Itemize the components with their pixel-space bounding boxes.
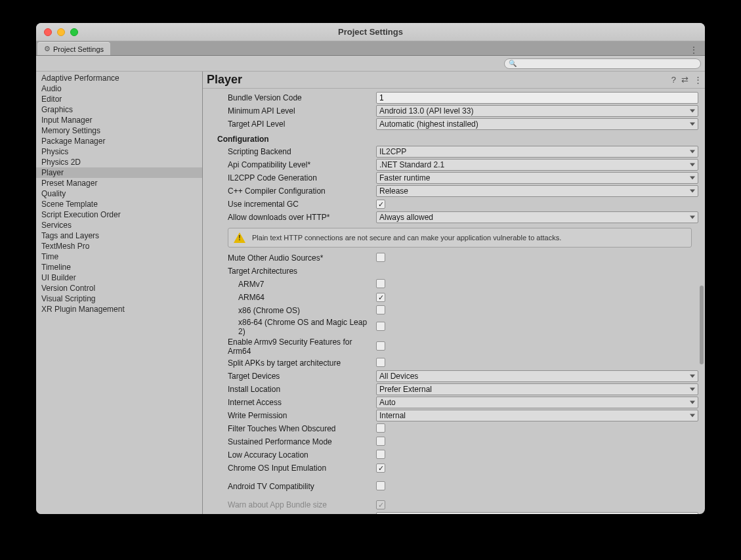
- bundle-threshold-label: App Bundle size threshold: [238, 513, 376, 514]
- sidebar-item-quality[interactable]: Quality: [36, 188, 202, 199]
- target-api-label: Target API Level: [228, 119, 376, 129]
- install-location-dropdown[interactable]: Prefer External: [376, 383, 698, 395]
- presets-icon[interactable]: ⇄: [681, 75, 688, 85]
- arch-x86-64-checkbox[interactable]: [376, 322, 385, 331]
- sidebar-item-editor[interactable]: Editor: [36, 94, 202, 104]
- sidebar-item-memory-settings[interactable]: Memory Settings: [36, 125, 202, 136]
- player-settings-content: Bundle Version Code Minimum API Level An…: [203, 89, 705, 514]
- android-tv-checkbox[interactable]: [376, 481, 385, 490]
- sidebar-item-textmesh-pro[interactable]: TextMesh Pro: [36, 241, 202, 251]
- sidebar-item-script-execution-order[interactable]: Script Execution Order: [36, 209, 202, 220]
- http-warning-box: Plain text HTTP connections are not secu…: [228, 228, 692, 248]
- sidebar-item-physics[interactable]: Physics: [36, 146, 202, 157]
- sidebar-item-preset-manager[interactable]: Preset Manager: [36, 178, 202, 188]
- mute-other-audio-checkbox[interactable]: [376, 253, 385, 262]
- project-settings-window: Project Settings ⚙ Project Settings ⋮ 🔍 …: [36, 23, 705, 514]
- scrollbar[interactable]: [700, 286, 704, 364]
- sidebar-item-graphics[interactable]: Graphics: [36, 104, 202, 115]
- cpp-compiler-dropdown[interactable]: Release: [376, 185, 698, 197]
- window-title: Project Settings: [36, 27, 705, 37]
- write-permission-dropdown[interactable]: Internal: [376, 410, 698, 421]
- target-api-dropdown[interactable]: Automatic (highest installed): [376, 118, 698, 130]
- low-accuracy-checkbox[interactable]: [376, 450, 385, 459]
- chromeos-input-label: Chrome OS Input Emulation: [228, 463, 376, 473]
- sustained-perf-checkbox[interactable]: [376, 437, 385, 446]
- sidebar-item-services[interactable]: Services: [36, 220, 202, 230]
- sidebar-item-time[interactable]: Time: [36, 251, 202, 262]
- arch-arm64-checkbox[interactable]: ✓: [376, 293, 385, 302]
- chevron-down-icon: [690, 388, 695, 391]
- android-tv-label: Android TV Compatibility: [228, 482, 376, 491]
- scripting-backend-dropdown[interactable]: IL2CPP: [376, 146, 698, 158]
- armv9-sec-label: Enable Armv9 Security Features for Arm64: [228, 337, 376, 356]
- chevron-down-icon: [690, 163, 695, 167]
- sidebar-item-player[interactable]: Player: [36, 167, 202, 178]
- internet-access-dropdown[interactable]: Auto: [376, 397, 698, 408]
- sidebar-item-ui-builder[interactable]: UI Builder: [36, 272, 202, 283]
- incremental-gc-checkbox[interactable]: ✓: [376, 200, 385, 209]
- api-compat-label: Api Compatibility Level*: [228, 160, 376, 169]
- allow-http-label: Allow downloads over HTTP*: [228, 213, 376, 222]
- sidebar-item-tags-and-layers[interactable]: Tags and Layers: [36, 230, 202, 241]
- chevron-down-icon: [690, 150, 695, 154]
- chevron-down-icon: [690, 123, 695, 126]
- incremental-gc-label: Use incremental GC: [228, 200, 376, 209]
- chevron-down-icon: [690, 401, 695, 404]
- sidebar-item-version-control[interactable]: Version Control: [36, 283, 202, 293]
- sidebar-item-scene-template[interactable]: Scene Template: [36, 199, 202, 209]
- chromeos-input-checkbox[interactable]: ✓: [376, 463, 385, 473]
- mute-other-audio-label: Mute Other Audio Sources*: [228, 253, 376, 263]
- split-apk-checkbox[interactable]: [376, 358, 385, 367]
- toolbar: 🔍: [36, 56, 705, 72]
- il2cpp-codegen-dropdown[interactable]: Faster runtime: [376, 172, 698, 184]
- sidebar-item-xr-plugin-management[interactable]: XR Plugin Management: [36, 304, 202, 314]
- chevron-down-icon: [690, 375, 695, 378]
- warn-bundle-checkbox: ✓: [376, 500, 385, 509]
- sidebar-item-input-manager[interactable]: Input Manager: [36, 115, 202, 125]
- low-accuracy-label: Low Accuracy Location: [228, 450, 376, 460]
- page-title: Player: [207, 73, 242, 87]
- allow-http-dropdown[interactable]: Always allowed: [376, 211, 698, 223]
- tab-menu-icon[interactable]: ⋮: [683, 45, 705, 55]
- chevron-down-icon: [690, 177, 695, 180]
- scripting-backend-label: Scripting Backend: [228, 147, 376, 156]
- bundle-version-code-label: Bundle Version Code: [228, 93, 376, 102]
- arch-armv7-checkbox[interactable]: [376, 279, 385, 288]
- warn-bundle-label: Warn about App Bundle size: [228, 500, 376, 509]
- settings-sidebar: Adaptive PerformanceAudioEditorGraphicsI…: [36, 72, 203, 514]
- kebab-icon[interactable]: ⋮: [694, 75, 702, 85]
- chevron-down-icon: [690, 110, 695, 113]
- sidebar-item-package-manager[interactable]: Package Manager: [36, 136, 202, 146]
- chevron-down-icon: [690, 190, 695, 193]
- target-arch-label: Target Architectures: [228, 267, 376, 276]
- target-devices-dropdown[interactable]: All Devices: [376, 370, 698, 382]
- sidebar-item-adaptive-performance[interactable]: Adaptive Performance: [36, 73, 202, 83]
- help-icon[interactable]: ?: [671, 75, 676, 85]
- target-devices-label: Target Devices: [228, 372, 376, 381]
- tab-label: Project Settings: [53, 45, 104, 53]
- filter-touches-checkbox[interactable]: [376, 423, 385, 433]
- sustained-perf-label: Sustained Performance Mode: [228, 437, 376, 446]
- search-icon: 🔍: [509, 60, 517, 67]
- gear-icon: ⚙: [44, 45, 51, 53]
- armv9-sec-checkbox[interactable]: [376, 341, 385, 351]
- arch-x86-label: x86 (Chrome OS): [238, 306, 376, 315]
- search-input[interactable]: 🔍: [504, 58, 701, 69]
- api-compat-dropdown[interactable]: .NET Standard 2.1: [376, 159, 698, 171]
- tab-bar: ⚙ Project Settings ⋮: [36, 41, 705, 56]
- sidebar-item-audio[interactable]: Audio: [36, 83, 202, 94]
- bundle-version-code-input[interactable]: [376, 92, 698, 104]
- chevron-down-icon: [690, 414, 695, 418]
- main-panel: Player ? ⇄ ⋮ Bundle Version Code Minimum…: [203, 72, 705, 514]
- main-header: Player ? ⇄ ⋮: [203, 72, 705, 89]
- chevron-down-icon: [690, 216, 695, 219]
- bundle-threshold-input: [376, 512, 698, 514]
- arch-x86-checkbox[interactable]: [376, 305, 385, 314]
- arch-x86-64-label: x86-64 (Chrome OS and Magic Leap 2): [238, 318, 376, 336]
- sidebar-item-physics-2d[interactable]: Physics 2D: [36, 157, 202, 167]
- min-api-label: Minimum API Level: [228, 106, 376, 116]
- tab-project-settings[interactable]: ⚙ Project Settings: [37, 42, 110, 55]
- min-api-dropdown[interactable]: Android 13.0 (API level 33): [376, 105, 698, 117]
- sidebar-item-timeline[interactable]: Timeline: [36, 262, 202, 272]
- sidebar-item-visual-scripting[interactable]: Visual Scripting: [36, 293, 202, 304]
